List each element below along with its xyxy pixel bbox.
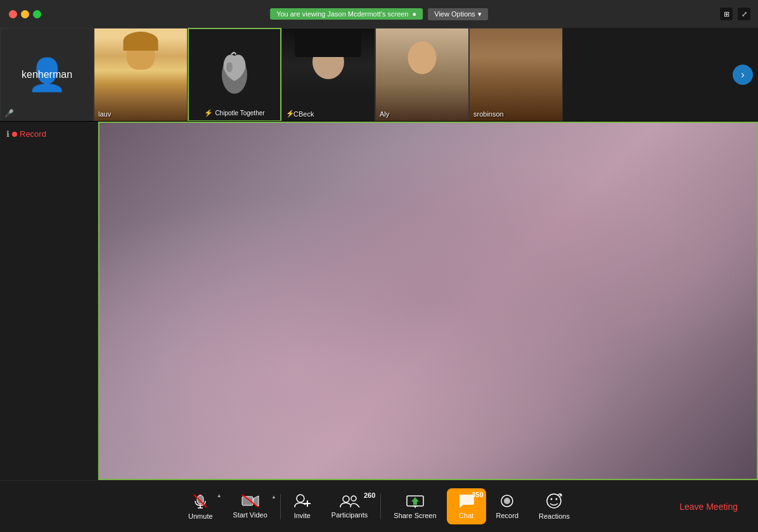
grid-view-button[interactable]: ⊞ xyxy=(720,8,733,20)
close-window-button[interactable] xyxy=(9,10,17,18)
leave-meeting-button[interactable]: Leave Meeting xyxy=(672,497,745,517)
title-bar: You are viewing Jason Mcdermott's screen… xyxy=(0,0,758,28)
start-video-button[interactable]: ▲ Start Video xyxy=(223,489,278,524)
participant-thumb-chipotle[interactable]: ⚡ Chipotle Together xyxy=(188,28,281,121)
svg-point-23 xyxy=(556,498,558,500)
participant-thumb-cbeck[interactable]: ⚡ CBeck xyxy=(281,28,375,121)
srobinson-name: srobinson xyxy=(473,110,504,118)
lauv-name: lauv xyxy=(98,110,111,118)
svg-point-22 xyxy=(551,498,553,500)
start-video-label: Start Video xyxy=(233,511,267,519)
svg-point-21 xyxy=(547,494,561,508)
kenherman-mute-icon: 🎤 xyxy=(4,109,14,118)
record-label: Record xyxy=(496,512,518,519)
invite-icon xyxy=(293,493,311,509)
fullscreen-window-button[interactable] xyxy=(33,10,41,18)
main-area: ℹ Record xyxy=(0,122,758,480)
left-sidebar-panel xyxy=(0,122,98,480)
chipotle-name-label: ⚡ Chipotle Together xyxy=(204,109,264,117)
cbeck-video xyxy=(282,28,375,121)
share-screen-label: Share Screen xyxy=(394,512,436,519)
svg-point-13 xyxy=(343,496,349,502)
record-button[interactable]: Record xyxy=(486,488,529,524)
svg-point-10 xyxy=(297,495,304,502)
participant-thumbnails: 👤 kenherman 🎤 lauv ⚡ Chipotle T xyxy=(0,28,758,121)
participants-button[interactable]: 260 Participants xyxy=(321,489,378,524)
srobinson-video xyxy=(470,28,562,121)
svg-point-24 xyxy=(560,494,562,497)
title-bar-center: You are viewing Jason Mcdermott's screen… xyxy=(270,8,488,20)
participant-thumb-lauv[interactable]: lauv xyxy=(94,28,188,121)
participant-thumb-srobinson[interactable]: srobinson xyxy=(469,28,563,121)
svg-point-20 xyxy=(504,498,510,504)
reactions-icon xyxy=(545,493,563,509)
chipotle-symbol-icon xyxy=(215,49,254,100)
record-dot xyxy=(12,132,17,137)
aly-video xyxy=(376,28,468,121)
reactions-label: Reactions xyxy=(539,512,570,520)
share-screen-button[interactable]: Share Screen xyxy=(383,488,446,524)
reactions-button[interactable]: Reactions xyxy=(529,488,580,525)
record-icon xyxy=(498,493,516,509)
mute-icon xyxy=(192,493,209,509)
aly-name: Aly xyxy=(380,110,389,118)
leave-meeting-label: Leave Meeting xyxy=(679,502,738,512)
svg-point-14 xyxy=(351,496,356,501)
view-options-label: View Options xyxy=(434,10,475,18)
invite-label: Invite xyxy=(294,512,311,519)
toolbar-separator-2 xyxy=(380,494,381,519)
participant-thumb-kenherman[interactable]: 👤 kenherman 🎤 xyxy=(0,28,94,121)
chipotle-logo xyxy=(189,29,280,120)
chevron-down-icon: ▾ xyxy=(478,10,482,18)
bottom-toolbar: ▲ Unmute ▲ Start Video Invite xyxy=(0,480,758,532)
unmute-chevron-icon[interactable]: ▲ xyxy=(217,493,222,498)
unmute-button[interactable]: ▲ Unmute xyxy=(178,488,223,525)
chat-label: Chat xyxy=(459,512,473,519)
svg-point-1 xyxy=(226,62,233,72)
video-icon xyxy=(241,494,259,508)
chat-button[interactable]: 350 Chat xyxy=(447,488,486,524)
screen-share-content xyxy=(100,123,757,479)
info-icon[interactable]: ℹ xyxy=(6,129,10,139)
view-options-button[interactable]: View Options ▾ xyxy=(428,8,488,20)
participants-label: Participants xyxy=(331,511,368,519)
strip-nav-right-button[interactable]: › xyxy=(733,65,753,85)
toolbar-separator-1 xyxy=(280,494,281,519)
record-indicator: ℹ Record xyxy=(6,129,46,139)
participant-strip: 👤 kenherman 🎤 lauv ⚡ Chipotle T xyxy=(0,28,758,122)
shared-screen-area xyxy=(98,122,758,480)
chat-count: 350 xyxy=(472,491,483,498)
lauv-video xyxy=(94,28,187,121)
minimize-window-button[interactable] xyxy=(21,10,29,18)
cbeck-name: CBeck xyxy=(293,110,314,118)
share-screen-icon xyxy=(406,493,424,509)
window-traffic-lights xyxy=(9,10,41,18)
start-video-chevron-icon[interactable]: ▲ xyxy=(271,494,276,500)
chipotle-name: Chipotle Together xyxy=(215,110,264,117)
expand-button[interactable]: ⤢ xyxy=(738,8,750,20)
participants-icon xyxy=(340,494,360,508)
title-bar-right: ⊞ ⤢ xyxy=(720,8,750,20)
screen-share-badge: You are viewing Jason Mcdermott's screen… xyxy=(270,8,423,20)
participants-count: 260 xyxy=(364,491,375,499)
screen-share-label: You are viewing Jason Mcdermott's screen xyxy=(276,10,408,18)
participant-thumb-aly[interactable]: Aly xyxy=(375,28,469,121)
unmute-label: Unmute xyxy=(188,512,213,520)
kenherman-name: kenherman xyxy=(22,69,72,80)
svg-marker-18 xyxy=(411,497,419,505)
invite-button[interactable]: Invite xyxy=(283,488,321,524)
record-text: Record xyxy=(20,129,46,139)
